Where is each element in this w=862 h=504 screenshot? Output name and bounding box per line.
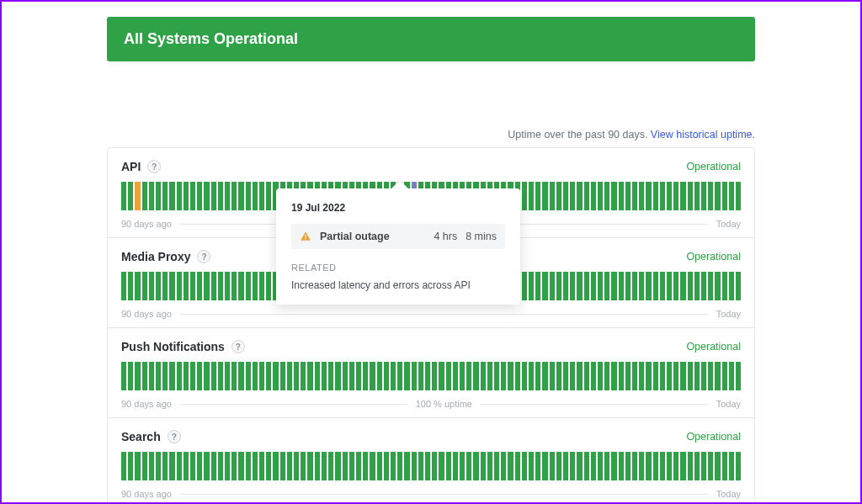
uptime-day-bar[interactable] bbox=[688, 452, 693, 480]
uptime-day-bar[interactable] bbox=[673, 362, 678, 390]
uptime-day-bar[interactable] bbox=[225, 452, 230, 480]
uptime-day-bar[interactable] bbox=[646, 272, 651, 300]
uptime-day-bar[interactable] bbox=[515, 362, 520, 390]
uptime-day-bar[interactable] bbox=[363, 362, 368, 390]
uptime-day-bar[interactable] bbox=[667, 272, 672, 300]
uptime-day-bar[interactable] bbox=[570, 452, 575, 480]
uptime-day-bar[interactable] bbox=[142, 272, 147, 300]
uptime-day-bar[interactable] bbox=[156, 272, 161, 300]
uptime-day-bar[interactable] bbox=[190, 452, 195, 480]
uptime-day-bar[interactable] bbox=[667, 362, 672, 390]
uptime-day-bar[interactable] bbox=[439, 362, 444, 390]
uptime-day-bar[interactable] bbox=[625, 362, 631, 390]
uptime-day-bar[interactable] bbox=[625, 182, 631, 210]
uptime-day-bar[interactable] bbox=[550, 452, 555, 480]
uptime-day-bar[interactable] bbox=[556, 182, 561, 210]
uptime-day-bar[interactable] bbox=[722, 272, 727, 300]
uptime-day-bar[interactable] bbox=[604, 272, 609, 300]
uptime-day-bar[interactable] bbox=[266, 362, 271, 390]
uptime-day-bar[interactable] bbox=[294, 362, 299, 390]
uptime-day-bar[interactable] bbox=[135, 182, 140, 210]
uptime-day-bar[interactable] bbox=[604, 182, 609, 210]
uptime-day-bar[interactable] bbox=[639, 452, 644, 480]
uptime-day-bar[interactable] bbox=[680, 272, 685, 300]
uptime-day-bar[interactable] bbox=[238, 272, 243, 300]
help-icon[interactable]: ? bbox=[147, 160, 161, 173]
uptime-day-bar[interactable] bbox=[135, 452, 140, 480]
uptime-day-bar[interactable] bbox=[307, 452, 312, 480]
uptime-day-bar[interactable] bbox=[197, 182, 202, 210]
uptime-day-bar[interactable] bbox=[397, 452, 402, 480]
uptime-day-bar[interactable] bbox=[736, 362, 741, 390]
uptime-day-bar[interactable] bbox=[328, 452, 333, 480]
uptime-day-bar[interactable] bbox=[715, 362, 720, 390]
uptime-day-bar[interactable] bbox=[418, 362, 423, 390]
uptime-bars[interactable] bbox=[121, 362, 741, 390]
uptime-day-bar[interactable] bbox=[570, 272, 575, 300]
help-icon[interactable]: ? bbox=[197, 250, 210, 263]
uptime-day-bar[interactable] bbox=[149, 452, 154, 480]
uptime-day-bar[interactable] bbox=[694, 182, 700, 210]
uptime-day-bar[interactable] bbox=[632, 272, 637, 300]
uptime-day-bar[interactable] bbox=[639, 272, 644, 300]
uptime-day-bar[interactable] bbox=[231, 182, 237, 210]
uptime-day-bar[interactable] bbox=[584, 272, 589, 300]
help-icon[interactable]: ? bbox=[168, 430, 181, 443]
uptime-day-bar[interactable] bbox=[542, 272, 547, 300]
uptime-day-bar[interactable] bbox=[667, 182, 672, 210]
uptime-day-bar[interactable] bbox=[149, 182, 154, 210]
uptime-day-bar[interactable] bbox=[391, 452, 396, 480]
uptime-day-bar[interactable] bbox=[591, 182, 596, 210]
uptime-day-bar[interactable] bbox=[729, 452, 734, 480]
uptime-day-bar[interactable] bbox=[273, 362, 278, 390]
uptime-day-bar[interactable] bbox=[653, 362, 658, 390]
uptime-day-bar[interactable] bbox=[253, 272, 258, 300]
uptime-day-bar[interactable] bbox=[529, 452, 534, 480]
uptime-day-bar[interactable] bbox=[169, 452, 174, 480]
uptime-day-bar[interactable] bbox=[343, 452, 348, 480]
uptime-day-bar[interactable] bbox=[453, 362, 458, 390]
uptime-day-bar[interactable] bbox=[128, 182, 133, 210]
uptime-day-bar[interactable] bbox=[722, 452, 727, 480]
uptime-day-bar[interactable] bbox=[639, 182, 644, 210]
uptime-day-bar[interactable] bbox=[481, 362, 486, 390]
uptime-day-bar[interactable] bbox=[577, 452, 582, 480]
uptime-day-bar[interactable] bbox=[197, 452, 202, 480]
uptime-day-bar[interactable] bbox=[660, 452, 665, 480]
uptime-day-bar[interactable] bbox=[253, 362, 258, 390]
uptime-day-bar[interactable] bbox=[184, 362, 189, 390]
uptime-day-bar[interactable] bbox=[211, 182, 216, 210]
uptime-day-bar[interactable] bbox=[494, 362, 499, 390]
uptime-day-bar[interactable] bbox=[694, 272, 700, 300]
uptime-day-bar[interactable] bbox=[653, 272, 658, 300]
uptime-day-bar[interactable] bbox=[162, 272, 168, 300]
uptime-day-bar[interactable] bbox=[619, 362, 624, 390]
uptime-day-bar[interactable] bbox=[501, 452, 506, 480]
uptime-day-bar[interactable] bbox=[680, 182, 685, 210]
uptime-day-bar[interactable] bbox=[619, 182, 624, 210]
uptime-day-bar[interactable] bbox=[466, 362, 471, 390]
uptime-day-bar[interactable] bbox=[259, 452, 264, 480]
uptime-day-bar[interactable] bbox=[535, 362, 540, 390]
uptime-day-bar[interactable] bbox=[673, 452, 678, 480]
uptime-day-bar[interactable] bbox=[204, 362, 209, 390]
uptime-day-bar[interactable] bbox=[715, 182, 720, 210]
uptime-day-bar[interactable] bbox=[349, 452, 354, 480]
uptime-day-bar[interactable] bbox=[481, 452, 486, 480]
uptime-day-bar[interactable] bbox=[204, 452, 209, 480]
uptime-day-bar[interactable] bbox=[535, 182, 540, 210]
uptime-day-bar[interactable] bbox=[287, 452, 292, 480]
uptime-day-bar[interactable] bbox=[584, 182, 589, 210]
uptime-day-bar[interactable] bbox=[653, 182, 658, 210]
uptime-day-bar[interactable] bbox=[121, 182, 126, 210]
uptime-day-bar[interactable] bbox=[653, 452, 658, 480]
uptime-day-bar[interactable] bbox=[343, 362, 348, 390]
uptime-day-bar[interactable] bbox=[611, 272, 616, 300]
uptime-day-bar[interactable] bbox=[225, 362, 230, 390]
uptime-day-bar[interactable] bbox=[404, 362, 409, 390]
uptime-day-bar[interactable] bbox=[529, 362, 534, 390]
uptime-day-bar[interactable] bbox=[169, 272, 174, 300]
uptime-day-bar[interactable] bbox=[715, 272, 720, 300]
uptime-day-bar[interactable] bbox=[246, 182, 251, 210]
uptime-day-bar[interactable] bbox=[604, 362, 609, 390]
